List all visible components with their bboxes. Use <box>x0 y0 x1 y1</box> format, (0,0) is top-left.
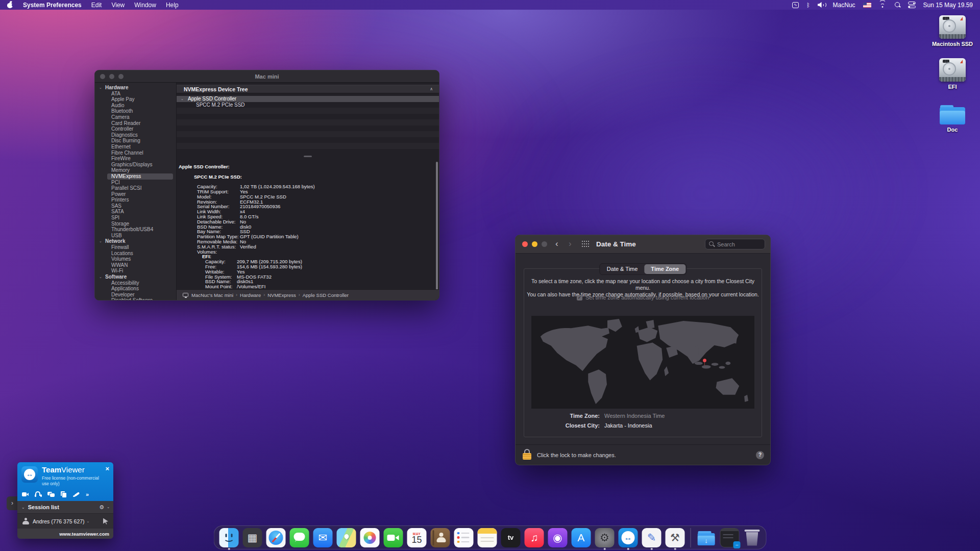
bluetooth-icon[interactable]: ᛒ <box>806 2 810 8</box>
checkbox-check-icon[interactable]: ✓ <box>577 295 582 300</box>
video-camera-icon[interactable] <box>22 491 29 497</box>
copy-icon[interactable] <box>60 491 67 497</box>
sidebar-item-storage[interactable]: Storage <box>95 221 176 227</box>
sidebar-item-volumes[interactable]: Volumes <box>95 256 176 262</box>
sidebar-item-developer[interactable]: Developer <box>95 292 176 298</box>
session-list-header[interactable]: ⌄ Session list ⚙ ⌄ <box>17 501 113 513</box>
sidebar-group-hardware[interactable]: ⌄Hardware <box>95 85 176 91</box>
app-menu-title[interactable]: System Preferences <box>23 2 82 9</box>
menu-item-view[interactable]: View <box>111 2 125 9</box>
dock-item-finder[interactable] <box>219 528 239 547</box>
dock-item-messages[interactable] <box>290 528 309 547</box>
show-all-grid-icon[interactable] <box>582 241 590 248</box>
details-scrollbar[interactable] <box>436 162 438 297</box>
world-map[interactable] <box>531 316 754 409</box>
breadcrumb-item[interactable]: Apple SSD Controller <box>303 292 349 298</box>
sidebar-item-parallel-scsi[interactable]: Parallel SCSI <box>95 185 176 191</box>
sidebar-item-usb[interactable]: USB <box>95 233 176 239</box>
desktop-icon-macintosh-ssd[interactable]: Macintosh SSD <box>928 15 977 47</box>
dock-item-teamviewer[interactable]: ↔ <box>619 528 638 547</box>
desktop-icon-doc[interactable]: Doc <box>928 102 977 133</box>
dock-item-photos[interactable] <box>360 528 380 547</box>
sidebar-item-accessibility[interactable]: Accessibility <box>95 280 176 286</box>
tab-time-zone[interactable]: Time Zone <box>644 264 685 274</box>
sidebar-item-bluetooth[interactable]: Bluetooth <box>95 108 176 114</box>
pane-splitter[interactable] <box>177 155 439 158</box>
chat-icon[interactable] <box>47 491 55 497</box>
sidebar-item-ethernet[interactable]: Ethernet <box>95 144 176 150</box>
dock-item-hackintool[interactable]: ⚒ <box>666 528 685 547</box>
spotlight-icon[interactable] <box>894 2 900 8</box>
sidebar-item-audio[interactable]: Audio <box>95 103 176 109</box>
search-field[interactable]: Search <box>705 239 765 249</box>
headset-icon[interactable] <box>35 491 42 497</box>
teamviewer-collapse-tab[interactable]: › <box>7 496 18 510</box>
sysinfo-sidebar[interactable]: ⌄HardwareATAApple PayAudioBluetoothCamer… <box>95 83 177 300</box>
dock-item-facetime[interactable] <box>384 528 403 547</box>
sidebar-item-thunderbolt-usb4[interactable]: Thunderbolt/USB4 <box>95 227 176 233</box>
sidebar-item-apple-pay[interactable]: Apple Pay <box>95 96 176 103</box>
sidebar-item-sata[interactable]: SATA <box>95 209 176 215</box>
more-icon[interactable]: » <box>86 491 89 497</box>
back-button[interactable]: ‹ <box>555 235 558 254</box>
dock-item-podcasts[interactable]: ◉ <box>548 528 568 547</box>
teamviewer-url[interactable]: www.teamviewer.com <box>59 531 109 537</box>
window-controls[interactable] <box>522 241 547 247</box>
dock-item-maps[interactable] <box>337 528 356 547</box>
dock-item-safari[interactable] <box>266 528 286 547</box>
tab-date-time[interactable]: Date & Time <box>600 264 645 274</box>
sidebar-item-camera[interactable]: Camera <box>95 114 176 120</box>
close-icon[interactable]: × <box>105 465 109 472</box>
dock-item-launchpad[interactable]: ▦ <box>243 528 262 547</box>
breadcrumb-item[interactable]: NVMExpress <box>267 292 296 298</box>
sidebar-item-locations[interactable]: Locations <box>95 251 176 257</box>
sidebar-item-sas[interactable]: SAS <box>95 203 176 209</box>
sidebar-item-card-reader[interactable]: Card Reader <box>95 120 176 127</box>
chevron-down-icon[interactable]: ⌄ <box>107 505 110 509</box>
sidebar-item-ata[interactable]: ATA <box>95 91 176 97</box>
sidebar-item-graphics-displays[interactable]: Graphics/Displays <box>95 162 176 168</box>
help-button[interactable]: ? <box>756 451 764 459</box>
sidebar-item-wi-fi[interactable]: Wi-Fi <box>95 268 176 274</box>
dock-item-reminders[interactable] <box>454 528 474 547</box>
performance-monitor-icon[interactable]: ∿ <box>792 2 799 8</box>
breadcrumb-item[interactable]: Hardware <box>240 292 261 298</box>
sidebar-item-controller[interactable]: Controller <box>95 126 176 132</box>
dock-item-contacts[interactable] <box>431 528 450 547</box>
sidebar-item-printers[interactable]: Printers <box>95 197 176 203</box>
dock-item-configurator[interactable]: ✎ <box>642 528 662 547</box>
session-user-row[interactable]: Andres (776 375 627) ⌄ <box>17 513 113 529</box>
lock-icon[interactable] <box>523 449 532 461</box>
sidebar-item-spi[interactable]: SPI <box>95 215 176 221</box>
breadcrumb[interactable]: MacNuc's Mac mini›Hardware›NVMExpress›Ap… <box>191 292 349 298</box>
dock-item-downloads[interactable]: ↓ <box>697 528 716 547</box>
control-center-icon[interactable] <box>908 2 916 8</box>
dock-item-system-preferences[interactable]: ⚙ <box>595 528 615 547</box>
remote-pointer-icon[interactable] <box>103 518 108 524</box>
breadcrumb-item[interactable]: MacNuc's Mac mini <box>191 292 233 298</box>
sidebar-item-power[interactable]: Power <box>95 191 176 197</box>
teamviewer-menu-item[interactable]: MacNuc <box>833 2 855 9</box>
volume-icon[interactable] <box>818 2 825 8</box>
menu-item-window[interactable]: Window <box>134 2 156 9</box>
sidebar-item-wwan[interactable]: WWAN <box>95 262 176 268</box>
menu-item-help[interactable]: Help <box>166 2 179 9</box>
forward-button[interactable]: › <box>569 235 572 254</box>
auto-timezone-checkbox[interactable]: ✓ Set time zone automatically using curr… <box>524 294 762 300</box>
sidebar-item-firewall[interactable]: Firewall <box>95 244 176 251</box>
dock-item-app-store[interactable]: A <box>572 528 591 547</box>
wifi-icon[interactable] <box>879 2 887 8</box>
desktop-icon-efi[interactable]: EFI <box>928 58 977 90</box>
gear-icon[interactable]: ⚙ <box>99 504 104 511</box>
menu-bar-clock[interactable]: Sun 15 May 19.59 <box>923 2 973 9</box>
input-source-flag-icon[interactable] <box>863 3 871 8</box>
sidebar-item-diagnostics[interactable]: Diagnostics <box>95 132 176 138</box>
sidebar-item-fibre-channel[interactable]: Fibre Channel <box>95 150 176 156</box>
brush-icon[interactable] <box>73 491 80 497</box>
tree-row[interactable]: ⌄Apple SSD Controller <box>177 96 439 102</box>
device-tree-header[interactable]: NVMExpress Device Tree ∧ <box>177 85 439 93</box>
apple-menu-icon[interactable] <box>7 2 13 8</box>
sidebar-item-memory[interactable]: Memory <box>95 167 176 173</box>
sidebar-group-network[interactable]: ⌄Network <box>95 238 176 244</box>
sidebar-group-software[interactable]: ⌄Software <box>95 274 176 280</box>
